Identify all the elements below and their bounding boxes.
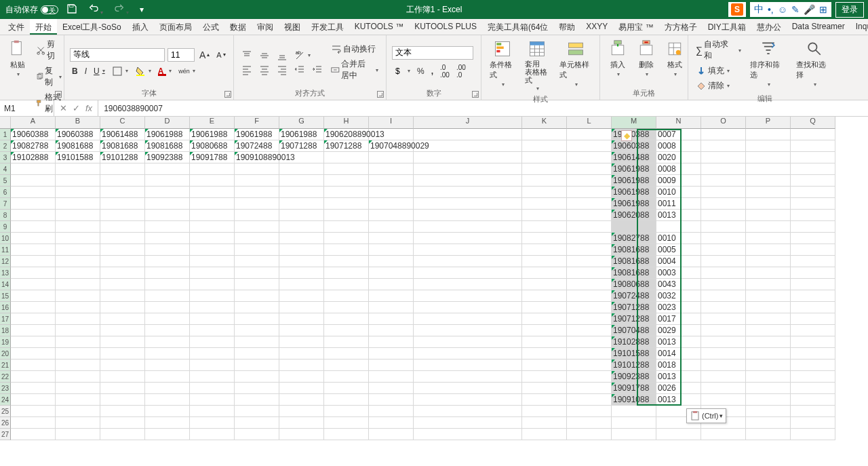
cell-J18[interactable]: [414, 325, 522, 336]
col-header-F[interactable]: F: [235, 117, 279, 129]
cell-B6[interactable]: [56, 187, 100, 198]
cell-K16[interactable]: [522, 302, 567, 313]
cell-C7[interactable]: [100, 198, 145, 210]
cell-J8[interactable]: [414, 210, 522, 221]
cell-F12[interactable]: [235, 256, 279, 267]
paste-button[interactable]: 粘贴: [5, 38, 30, 115]
cell-F18[interactable]: [235, 325, 279, 336]
cell-H27[interactable]: [324, 429, 369, 440]
cell-D11[interactable]: [145, 244, 190, 256]
tab-文件[interactable]: 文件: [3, 19, 30, 35]
cell-M25[interactable]: [612, 406, 656, 417]
cell-H14[interactable]: [324, 279, 369, 290]
cell-K13[interactable]: [522, 267, 567, 279]
cell-F1[interactable]: 19061988: [235, 129, 279, 140]
cell-O1[interactable]: [701, 129, 746, 140]
row-header-21[interactable]: 21: [0, 360, 11, 371]
cell-H13[interactable]: [324, 267, 369, 279]
cell-B26[interactable]: [56, 417, 100, 429]
cell-L3[interactable]: [567, 152, 612, 163]
clipboard-launcher[interactable]: [55, 91, 62, 98]
col-header-C[interactable]: C: [100, 117, 145, 129]
cell-K19[interactable]: [522, 336, 567, 348]
col-header-L[interactable]: L: [567, 117, 612, 129]
cell-J15[interactable]: [414, 290, 522, 302]
insert-cells-button[interactable]: 插入: [606, 38, 630, 87]
cell-J20[interactable]: [414, 348, 522, 360]
decrease-font-button[interactable]: A▾: [214, 50, 227, 60]
cell-I3[interactable]: [369, 152, 414, 163]
cell-I6[interactable]: [369, 187, 414, 198]
cell-B20[interactable]: [56, 348, 100, 360]
cell-C14[interactable]: [100, 279, 145, 290]
cell-E19[interactable]: [190, 336, 235, 348]
cell-O12[interactable]: [701, 256, 746, 267]
cell-A10[interactable]: [11, 233, 56, 244]
cell-M3[interactable]: 19061488: [612, 152, 656, 163]
cell-K11[interactable]: [522, 244, 567, 256]
cell-F10[interactable]: [235, 233, 279, 244]
pinyin-button[interactable]: wén: [176, 67, 197, 75]
cell-L7[interactable]: [567, 198, 612, 210]
cell-H3[interactable]: [324, 152, 369, 163]
col-header-N[interactable]: N: [656, 117, 701, 129]
cell-D15[interactable]: [145, 290, 190, 302]
cell-D3[interactable]: 19092388: [145, 152, 190, 163]
number-launcher[interactable]: [472, 91, 479, 98]
cell-K14[interactable]: [522, 279, 567, 290]
cell-J25[interactable]: [414, 406, 522, 417]
cell-Q9[interactable]: [791, 221, 835, 233]
cell-A19[interactable]: [11, 336, 56, 348]
qat-customize[interactable]: ▾: [137, 3, 146, 16]
cell-C27[interactable]: [100, 429, 145, 440]
cell-A7[interactable]: [11, 198, 56, 210]
cell-Q7[interactable]: [791, 198, 835, 210]
cell-O7[interactable]: [701, 198, 746, 210]
cell-M2[interactable]: 19060388: [612, 140, 656, 152]
cell-Q17[interactable]: [791, 313, 835, 325]
cell-I27[interactable]: [369, 429, 414, 440]
cell-E5[interactable]: [190, 175, 235, 187]
cell-D12[interactable]: [145, 256, 190, 267]
cell-L6[interactable]: [567, 187, 612, 198]
cell-L22[interactable]: [567, 371, 612, 383]
cell-M26[interactable]: [612, 417, 656, 429]
cell-A18[interactable]: [11, 325, 56, 336]
wrap-text-button[interactable]: 自动换行: [329, 43, 380, 56]
cell-I9[interactable]: [369, 221, 414, 233]
cell-N2[interactable]: 0008: [656, 140, 701, 152]
cell-B21[interactable]: [56, 360, 100, 371]
cell-Q16[interactable]: [791, 302, 835, 313]
cell-L18[interactable]: [567, 325, 612, 336]
sort-filter-button[interactable]: 排序和筛选: [747, 38, 789, 92]
cell-O4[interactable]: [701, 163, 746, 175]
cell-D5[interactable]: [145, 175, 190, 187]
cell-D25[interactable]: [145, 406, 190, 417]
cell-Q23[interactable]: [791, 383, 835, 394]
cell-B13[interactable]: [56, 267, 100, 279]
cell-B4[interactable]: [56, 163, 100, 175]
cell-N9[interactable]: [656, 221, 701, 233]
cell-I24[interactable]: [369, 394, 414, 406]
cell-H15[interactable]: [324, 290, 369, 302]
cell-G16[interactable]: [279, 302, 324, 313]
cell-A4[interactable]: [11, 163, 56, 175]
cell-K10[interactable]: [522, 233, 567, 244]
cell-G11[interactable]: [279, 244, 324, 256]
cell-A20[interactable]: [11, 348, 56, 360]
cell-M20[interactable]: 19101588: [612, 348, 656, 360]
cell-B14[interactable]: [56, 279, 100, 290]
col-header-M[interactable]: M: [612, 117, 656, 129]
cell-Q12[interactable]: [791, 256, 835, 267]
column-headers[interactable]: ABCDEFGHIJKLMNOPQ: [0, 117, 868, 129]
cell-O21[interactable]: [701, 360, 746, 371]
cell-G17[interactable]: [279, 313, 324, 325]
cell-B22[interactable]: [56, 371, 100, 383]
cell-A12[interactable]: [11, 256, 56, 267]
align-bottom[interactable]: [275, 50, 290, 62]
cell-E23[interactable]: [190, 383, 235, 394]
cell-M27[interactable]: [612, 429, 656, 440]
align-top[interactable]: [239, 50, 254, 62]
cell-B11[interactable]: [56, 244, 100, 256]
cell-K21[interactable]: [522, 360, 567, 371]
